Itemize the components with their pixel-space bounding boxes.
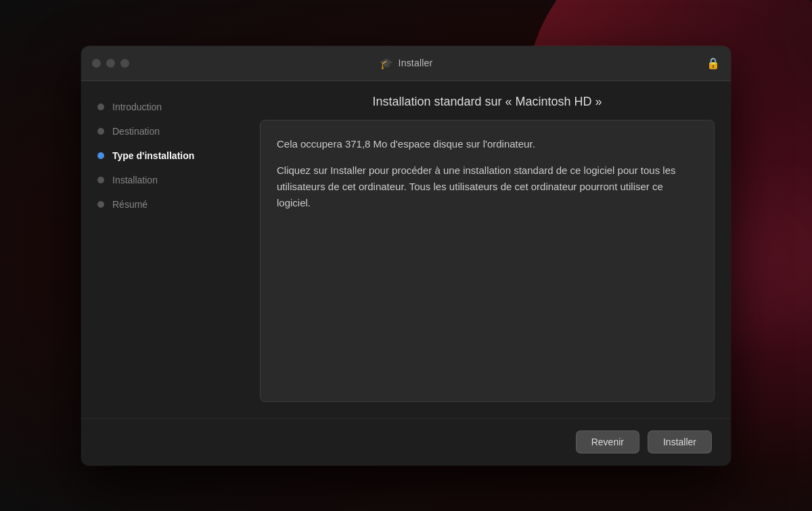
installer-icon: 🎓 [380,57,393,70]
titlebar: 🎓 Installer 🔒 [81,46,731,81]
installer-window: 🎓 Installer 🔒 Introduction Destination T… [81,46,731,466]
maximize-button[interactable] [120,59,129,68]
back-button[interactable]: Revenir [576,430,639,453]
step-dot-destination [97,128,104,135]
main-panel: Installation standard sur « Macintosh HD… [244,81,731,418]
traffic-lights [92,59,129,68]
minimize-button[interactable] [106,59,115,68]
sidebar-label-resume: Résumé [112,199,148,210]
step-dot-resume [97,201,104,208]
panel-title: Installation standard sur « Macintosh HD… [260,95,715,109]
bottom-bar: Revenir Installer [81,418,731,466]
content-box: Cela occupera 371,8 Mo d'espace disque s… [260,120,715,402]
sidebar-item-installation[interactable]: Installation [81,168,244,192]
install-description-text: Cliquez sur Installer pour procéder à un… [277,162,698,211]
lock-icon: 🔒 [706,57,720,70]
sidebar-label-type-installation: Type d'installation [112,150,194,161]
step-dot-introduction [97,104,104,110]
sidebar-item-resume[interactable]: Résumé [81,192,244,217]
sidebar-item-destination[interactable]: Destination [81,119,244,143]
sidebar: Introduction Destination Type d'installa… [81,81,244,418]
titlebar-content: 🎓 Installer [380,57,433,70]
sidebar-label-destination: Destination [112,126,160,137]
step-dot-type-installation [97,152,104,159]
install-button[interactable]: Installer [648,430,712,453]
sidebar-item-introduction[interactable]: Introduction [81,95,244,119]
disk-space-text: Cela occupera 371,8 Mo d'espace disque s… [277,137,698,152]
sidebar-label-installation: Installation [112,175,158,185]
sidebar-item-type-installation[interactable]: Type d'installation [81,143,244,168]
close-button[interactable] [92,59,101,68]
sidebar-label-introduction: Introduction [112,102,162,112]
window-title: Installer [399,58,433,68]
step-dot-installation [97,177,104,183]
main-content: Introduction Destination Type d'installa… [81,81,731,418]
